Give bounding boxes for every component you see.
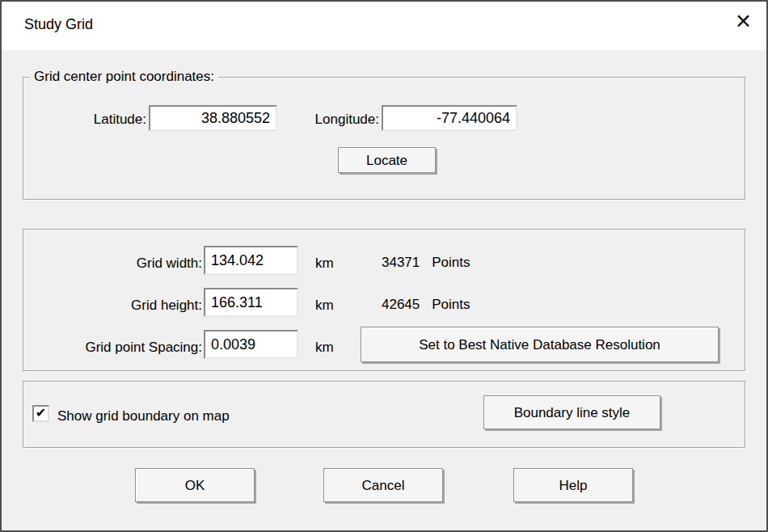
grid-dimensions-group: Grid width: km 34371Points Grid height: …: [23, 229, 745, 371]
grid-height-label: Grid height:: [25, 297, 202, 314]
help-button[interactable]: Help: [513, 468, 633, 502]
ok-button[interactable]: OK: [135, 468, 255, 502]
grid-width-points-value: 34371: [382, 255, 420, 270]
grid-width-unit: km: [315, 255, 334, 272]
cancel-button[interactable]: Cancel: [323, 468, 443, 502]
latitude-input[interactable]: [149, 105, 277, 131]
grid-height-points-label: Points: [432, 297, 470, 312]
grid-spacing-input[interactable]: [204, 330, 298, 359]
longitude-input[interactable]: [382, 105, 517, 131]
close-icon[interactable]: ✕: [735, 11, 752, 32]
boundary-line-style-button[interactable]: Boundary line style: [483, 395, 660, 429]
study-grid-dialog: Study Grid ✕ Grid center point coordinat…: [0, 0, 768, 532]
coordinates-group-legend: Grid center point coordinates:: [30, 69, 218, 85]
grid-height-unit: km: [315, 297, 334, 314]
grid-width-points: 34371Points: [382, 255, 471, 271]
coordinates-group: Grid center point coordinates: Latitude:…: [23, 77, 745, 200]
grid-width-label: Grid width:: [25, 255, 202, 272]
locate-button[interactable]: Locate: [338, 147, 436, 173]
grid-height-points: 42645Points: [382, 297, 471, 313]
show-boundary-checkbox[interactable]: ✔: [32, 405, 49, 422]
latitude-label: Latitude:: [25, 111, 146, 128]
grid-spacing-unit: km: [315, 339, 334, 356]
grid-height-points-value: 42645: [382, 297, 420, 312]
boundary-group: ✔ Show grid boundary on map Boundary lin…: [23, 381, 745, 448]
window-title: Study Grid: [24, 16, 93, 33]
grid-spacing-label: Grid point Spacing:: [25, 339, 202, 356]
check-icon: ✔: [36, 407, 46, 420]
grid-width-points-label: Points: [432, 255, 470, 270]
title-bar: Study Grid ✕: [2, 2, 766, 50]
longitude-label: Longitude:: [286, 111, 379, 128]
set-best-resolution-button[interactable]: Set to Best Native Database Resolution: [361, 327, 719, 362]
grid-height-input[interactable]: [204, 288, 298, 317]
show-boundary-label: Show grid boundary on map: [57, 407, 230, 424]
grid-width-input[interactable]: [204, 246, 298, 275]
